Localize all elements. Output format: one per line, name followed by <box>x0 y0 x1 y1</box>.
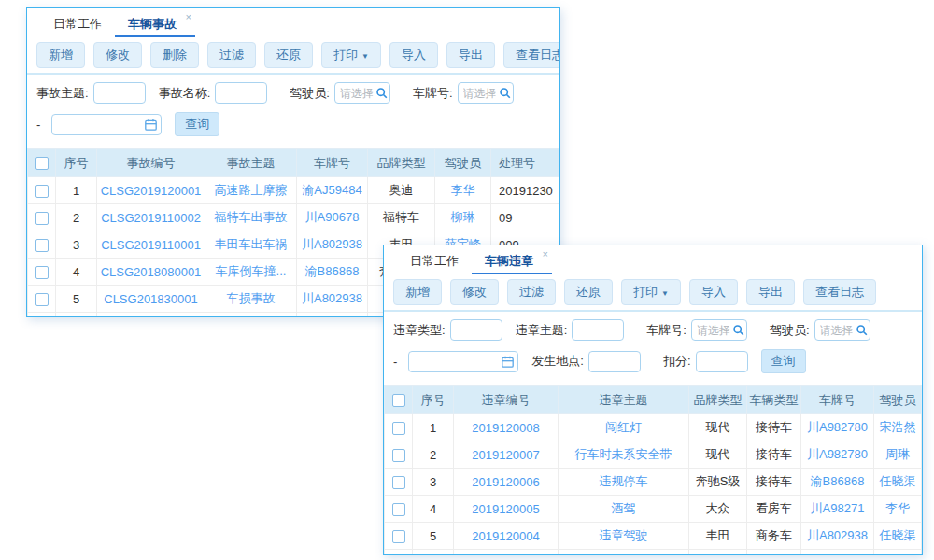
table-cell-link[interactable]: 2019120004 <box>454 523 559 550</box>
close-tab-icon[interactable]: × <box>543 248 548 259</box>
select-all-checkbox[interactable] <box>35 157 49 170</box>
table-cell-link[interactable]: CLSG2019110002 <box>97 204 205 231</box>
export-button[interactable]: 导出 <box>746 279 795 305</box>
table-cell-link[interactable]: 2019120008 <box>454 414 559 441</box>
table-cell-link[interactable]: 周琳 <box>874 441 922 469</box>
table-cell: 奔驰S级 <box>689 469 747 496</box>
filter-button[interactable]: 过滤 <box>207 42 256 68</box>
table-cell-link[interactable]: 任晓渠 <box>874 469 922 496</box>
import-button[interactable]: 导入 <box>389 42 438 68</box>
table-cell-link[interactable]: 川A982780 <box>801 441 874 469</box>
edit-button[interactable]: 修改 <box>450 279 499 305</box>
table-cell-link[interactable]: CLSG201830001 <box>97 286 205 313</box>
accident-toolbar: 新增 修改 删除 过滤 还原 打印▼ 导入 导出 查看日志 <box>27 37 559 75</box>
table-cell: 3 <box>56 231 97 259</box>
restore-button[interactable]: 还原 <box>564 279 613 305</box>
table-cell-link[interactable]: 李华 <box>874 496 922 523</box>
table-cell-link[interactable]: 川A802938 <box>297 286 368 313</box>
table-cell-link[interactable]: CLSG2018080001 <box>97 259 205 286</box>
row-checkbox[interactable] <box>35 239 49 252</box>
search-icon[interactable] <box>499 87 511 102</box>
close-tab-icon[interactable]: × <box>186 11 191 22</box>
tab-vehicle-violation[interactable]: 车辆违章 × <box>472 245 552 274</box>
row-checkbox[interactable] <box>35 212 49 225</box>
row-checkbox-cell <box>385 550 413 556</box>
delete-button[interactable]: 删除 <box>150 42 199 68</box>
accident-subject-input[interactable] <box>93 82 146 104</box>
table-cell-link[interactable]: 丰田车出车祸 <box>205 231 297 259</box>
violation-table: 序号 违章编号 违章主题 品牌类型 车辆类型 车牌号 驾驶员 120191200… <box>384 385 922 555</box>
table-cell: 5 <box>413 523 454 550</box>
table-cell-link[interactable]: 渝AJ59484 <box>297 313 368 318</box>
table-cell-link[interactable]: 宋浩然 <box>874 414 922 441</box>
row-checkbox[interactable] <box>35 293 49 306</box>
accident-name-input[interactable] <box>215 82 267 104</box>
table-cell-link[interactable]: CLSG2019110001 <box>97 231 205 259</box>
filter-button[interactable]: 过滤 <box>507 279 556 305</box>
view-log-button[interactable]: 查看日志 <box>803 279 876 305</box>
import-button[interactable]: 导入 <box>689 279 738 305</box>
row-checkbox[interactable] <box>392 422 405 435</box>
view-log-button[interactable]: 查看日志 <box>503 42 560 68</box>
table-cell: 2 <box>56 204 97 231</box>
violation-subject-input[interactable] <box>572 319 624 341</box>
location-input[interactable] <box>588 351 641 372</box>
query-button[interactable]: 查询 <box>761 349 806 373</box>
print-button[interactable]: 打印▼ <box>621 279 681 305</box>
select-all-checkbox[interactable] <box>392 394 405 407</box>
table-cell-link[interactable]: 违章驾驶 <box>559 523 689 550</box>
row-checkbox[interactable] <box>392 449 405 462</box>
table-cell-link[interactable]: 2019120007 <box>454 441 559 469</box>
calendar-icon[interactable] <box>145 119 157 133</box>
table-cell-link[interactable]: 高速路上摩擦 <box>205 177 297 204</box>
tab-vehicle-accident[interactable]: 车辆事故 × <box>115 8 195 37</box>
table-cell-link[interactable]: 渝B86868 <box>801 469 874 496</box>
export-button[interactable]: 导出 <box>446 42 495 68</box>
table-cell-link[interactable]: 闯红灯 <box>559 414 689 441</box>
table-cell-link[interactable]: 渝AJ59484 <box>801 550 874 556</box>
table-cell-link[interactable]: 川A90678 <box>297 204 368 231</box>
table-cell-link[interactable]: 行车时未系安全带 <box>559 441 689 469</box>
table-cell-link[interactable]: 渝AJ59484 <box>297 177 368 204</box>
table-cell-link[interactable]: 柳琳 <box>435 204 491 231</box>
row-checkbox[interactable] <box>392 503 405 516</box>
restore-button[interactable]: 还原 <box>264 42 313 68</box>
violation-type-input[interactable] <box>450 319 502 341</box>
row-checkbox[interactable] <box>392 476 405 489</box>
table-cell-link[interactable]: 路边临时停车 <box>559 550 689 556</box>
table-cell-link[interactable]: 福特车出事故 <box>205 204 297 231</box>
search-icon[interactable] <box>732 324 744 339</box>
table-cell-link[interactable]: 车损事故 <box>205 286 297 313</box>
search-icon[interactable] <box>375 87 388 102</box>
table-cell-link[interactable]: 酒驾 <box>559 496 689 523</box>
table-cell-link[interactable]: 任晓渠 <box>874 550 922 556</box>
table-cell-link[interactable]: 车库倒车撞... <box>205 259 297 286</box>
add-button[interactable]: 新增 <box>393 279 442 305</box>
table-cell-link[interactable]: 2019120006 <box>454 469 559 496</box>
table-cell-link[interactable]: 川A98271 <box>801 496 874 523</box>
print-button[interactable]: 打印▼ <box>321 42 381 68</box>
table-cell-link[interactable]: 川A802938 <box>297 231 368 259</box>
table-cell-link[interactable]: 李华 <box>435 177 491 204</box>
table-cell-link[interactable]: CLSG2019120001 <box>97 177 205 204</box>
table-cell-link[interactable]: 高速车辆事故 <box>205 313 297 318</box>
table-cell-link[interactable]: 川A982780 <box>801 414 874 441</box>
table-cell-link[interactable]: 渝B86868 <box>297 259 368 286</box>
edit-button[interactable]: 修改 <box>93 42 142 68</box>
table-cell-link[interactable]: 川A802938 <box>801 523 874 550</box>
table-cell-link[interactable]: 任晓渠 <box>874 523 922 550</box>
row-checkbox[interactable] <box>35 185 49 198</box>
table-cell-link[interactable]: CLSG201820001 <box>97 313 205 318</box>
deduct-points-input[interactable] <box>696 351 748 372</box>
tab-daily-work[interactable]: 日常工作 <box>40 8 115 37</box>
search-icon[interactable] <box>856 324 868 339</box>
add-button[interactable]: 新增 <box>36 42 85 68</box>
table-cell-link[interactable]: 违规停车 <box>559 469 689 496</box>
query-button[interactable]: 查询 <box>175 112 219 136</box>
row-checkbox[interactable] <box>35 266 49 279</box>
calendar-icon[interactable] <box>502 356 514 371</box>
table-cell-link[interactable]: 2019120005 <box>454 496 559 523</box>
tab-daily-work[interactable]: 日常工作 <box>397 245 472 274</box>
table-cell-link[interactable]: 2019120002 <box>454 550 559 556</box>
row-checkbox[interactable] <box>392 530 405 543</box>
